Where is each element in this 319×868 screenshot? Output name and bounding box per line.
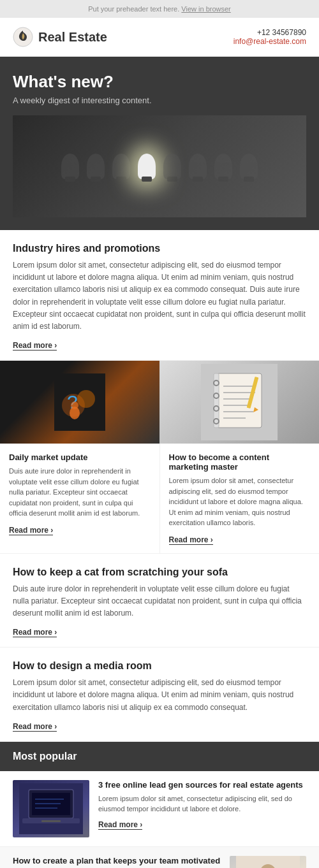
most-popular-title: Most popular — [13, 751, 306, 762]
email-body: Real Estate +12 34567890 info@real-estat… — [0, 18, 319, 868]
article-daily: Daily market update Duis aute irure dolo… — [0, 444, 160, 553]
laptop-svg — [19, 783, 83, 834]
popular-item-1-readmore[interactable]: Read more — [98, 820, 142, 830]
bulb-2 — [87, 154, 105, 179]
col-img-right — [160, 361, 319, 444]
article-industry-body: Lorem ipsum dolor sit amet, consectetur … — [13, 259, 306, 333]
bulb-8 — [240, 154, 258, 179]
article-industry-title: Industry hires and promotions — [13, 243, 306, 254]
email-header: Real Estate +12 34567890 info@real-estat… — [0, 18, 319, 57]
hero-image — [13, 115, 306, 217]
logo: Real Estate — [13, 27, 107, 47]
article-daily-body: Duis aute irure dolor in reprehenderit i… — [9, 466, 151, 519]
email-wrapper: Put your preheader text here. View in br… — [0, 0, 319, 868]
popular-item-2-image — [230, 856, 306, 868]
col-img-left: ? — [0, 361, 160, 444]
popular-item-1-image — [13, 780, 89, 837]
bulb-6 — [189, 154, 207, 179]
person-svg — [236, 856, 300, 868]
preheader-text: Put your preheader text here. — [88, 5, 179, 13]
svg-rect-29 — [41, 820, 61, 822]
popular-item-1-body: Lorem ipsum dolor sit amet, consectetur … — [98, 793, 306, 814]
article-media-readmore[interactable]: Read more — [13, 722, 57, 732]
person-image — [230, 856, 306, 868]
popular-item-2: How to create a plan that keeps your tea… — [0, 847, 319, 868]
article-industry: Industry hires and promotions Lorem ipsu… — [0, 230, 319, 361]
svg-point-3 — [77, 390, 95, 408]
hero-subtitle: A weekly digest of interesting content. — [13, 96, 306, 105]
bulb-1 — [61, 154, 79, 179]
logo-text: Real Estate — [38, 30, 107, 45]
article-industry-readmore[interactable]: Read more — [13, 341, 57, 351]
most-popular-header: Most popular — [0, 742, 319, 771]
bulb-row — [61, 154, 258, 179]
article-cat-body: Duis aute irure dolor in reprehenderit i… — [13, 583, 306, 620]
bulb-7 — [214, 154, 232, 179]
article-daily-readmore[interactable]: Read more — [9, 526, 53, 535]
header-email[interactable]: info@real-estate.com — [234, 37, 306, 46]
hero-section: What's new? A weekly digest of interesti… — [0, 57, 319, 230]
two-col-images: ? — [0, 361, 319, 444]
popular-item-2-title: How to create a plan that keeps your tea… — [13, 856, 221, 865]
svg-point-6 — [71, 401, 78, 409]
article-media: How to design a media room Lorem ipsum d… — [0, 647, 319, 742]
laptop-image — [13, 780, 89, 837]
popular-item-2-content: How to create a plan that keeps your tea… — [13, 856, 221, 868]
article-content-master: How to become a content marketing master… — [160, 444, 320, 553]
popular-item-1: 3 free online lead gen sources for real … — [0, 771, 319, 847]
article-cat: How to keep a cat from scratching your s… — [0, 554, 319, 648]
article-cat-readmore[interactable]: Read more — [13, 628, 57, 637]
article-content-master-readmore[interactable]: Read more — [169, 535, 213, 545]
article-content-master-title: How to become a content marketing master — [169, 452, 311, 472]
bulb-5 — [163, 154, 181, 179]
view-in-browser-link[interactable]: View in browser — [181, 5, 230, 13]
popular-item-1-title: 3 free online lead gen sources for real … — [98, 780, 306, 790]
notebook-graphic — [201, 364, 278, 440]
article-content-master-body: Lorem ipsum dolor sit amet, consectetur … — [169, 475, 311, 528]
two-col-articles: Daily market update Duis aute irure dolo… — [0, 444, 319, 554]
header-contact: +12 34567890 info@real-estate.com — [234, 28, 306, 46]
bulb-4-lit — [138, 154, 156, 179]
article-media-body: Lorem ipsum dolor sit amet, consectetur … — [13, 677, 306, 714]
dark-orange-graphic: ? — [54, 373, 105, 431]
bulb-3 — [112, 154, 130, 179]
preheader-bar: Put your preheader text here. View in br… — [0, 0, 319, 18]
logo-icon — [13, 27, 33, 47]
article-media-title: How to design a media room — [13, 660, 306, 672]
article-daily-title: Daily market update — [9, 452, 151, 462]
popular-item-1-content: 3 free online lead gen sources for real … — [98, 780, 306, 829]
article-cat-title: How to keep a cat from scratching your s… — [13, 567, 306, 578]
header-phone: +12 34567890 — [234, 28, 306, 37]
hero-title: What's new? — [13, 72, 306, 92]
